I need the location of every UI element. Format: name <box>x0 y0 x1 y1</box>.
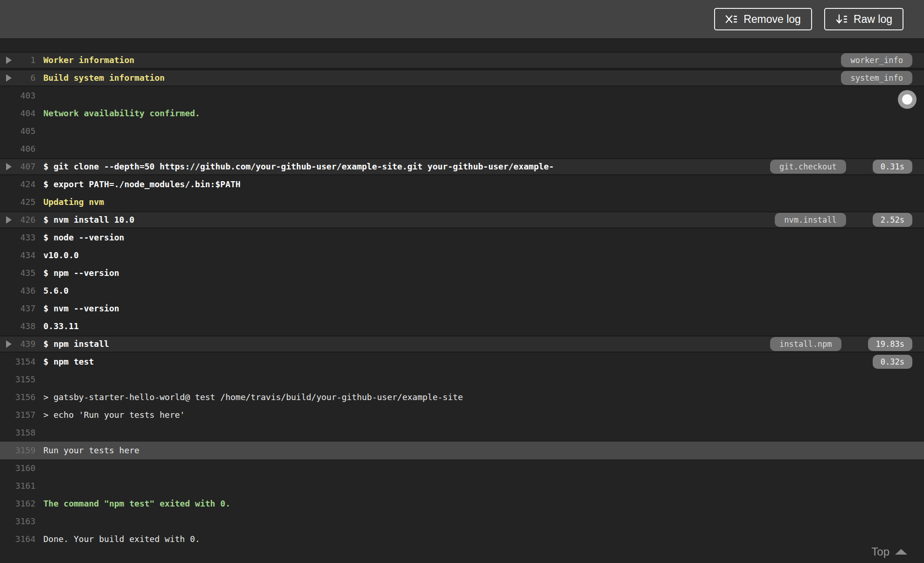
line-number[interactable]: 433 <box>0 229 35 246</box>
log-row[interactable]: 439$ npm installinstall.npm19.83s <box>0 335 924 353</box>
log-line-text: Updating nvm <box>43 197 104 207</box>
line-number[interactable]: 438 <box>0 317 35 335</box>
log-row: 405 <box>0 122 924 140</box>
log-line-text: $ npm install <box>43 339 109 349</box>
stage-tag: install.npm <box>770 337 841 351</box>
duration-badge: 0.31s <box>873 160 912 174</box>
line-number[interactable]: 405 <box>0 122 35 140</box>
log-row: 3158 <box>0 424 924 442</box>
line-number[interactable]: 3154 <box>0 353 35 371</box>
duration-badge: 19.83s <box>868 337 912 351</box>
log-rows: 1Worker informationworker_info6Build sys… <box>0 51 924 548</box>
log-row: 3162The command "npm test" exited with 0… <box>0 495 924 513</box>
line-number[interactable]: 3161 <box>0 477 35 495</box>
line-number[interactable]: 406 <box>0 140 35 158</box>
log-row: 4365.6.0 <box>0 282 924 300</box>
log-row: 437$ nvm --version <box>0 300 924 317</box>
line-number[interactable]: 3160 <box>0 459 35 477</box>
build-log: 1Worker informationworker_info6Build sys… <box>0 39 924 563</box>
line-number[interactable]: 1 <box>0 53 35 68</box>
scroll-indicator[interactable] <box>898 90 917 109</box>
log-row: 3154$ npm test0.32s <box>0 353 924 371</box>
line-number[interactable]: 434 <box>0 246 35 264</box>
line-number[interactable]: 3157 <box>0 406 35 424</box>
line-number[interactable]: 404 <box>0 105 35 122</box>
log-line-text: $ export PATH=./node_modules/.bin:$PATH <box>43 179 241 189</box>
line-number[interactable]: 403 <box>0 87 35 105</box>
line-number[interactable]: 3156 <box>0 388 35 406</box>
log-line-text: $ npm --version <box>43 268 119 278</box>
toolbar: Remove log Raw log <box>0 0 924 39</box>
log-row: 425Updating nvm <box>0 193 924 211</box>
stage-tag: git.checkout <box>770 160 846 174</box>
log-row: 3159Run your tests here <box>0 442 924 459</box>
line-number[interactable]: 6 <box>0 70 35 85</box>
log-row: 4380.33.11 <box>0 317 924 335</box>
line-number[interactable]: 3159 <box>0 442 35 459</box>
duration-badge: 0.32s <box>873 355 912 369</box>
log-row: 433$ node --version <box>0 229 924 246</box>
line-number[interactable]: 426 <box>0 212 35 227</box>
log-line-text: > echo 'Run your tests here' <box>43 410 185 420</box>
row-badges: 0.32s <box>873 355 912 369</box>
line-number[interactable]: 3164 <box>0 530 35 548</box>
log-line-text: Run your tests here <box>43 445 139 455</box>
remove-log-icon <box>725 14 737 25</box>
raw-log-button[interactable]: Raw log <box>824 8 903 30</box>
row-badges: system_info <box>841 71 912 85</box>
caret-up-icon <box>895 549 907 555</box>
stage-tag: worker_info <box>841 53 912 67</box>
log-row: 3164Done. Your build exited with 0. <box>0 530 924 548</box>
log-line-text: v10.0.0 <box>43 250 79 260</box>
log-row: 403 <box>0 87 924 105</box>
line-number[interactable]: 3162 <box>0 495 35 513</box>
line-number[interactable]: 437 <box>0 300 35 317</box>
line-number[interactable]: 435 <box>0 264 35 282</box>
remove-log-label: Remove log <box>743 13 801 26</box>
row-badges: nvm.install2.52s <box>775 213 912 227</box>
row-badges: git.checkout0.31s <box>770 160 912 174</box>
row-badges: install.npm19.83s <box>770 337 912 351</box>
line-number[interactable]: 3158 <box>0 424 35 442</box>
line-number[interactable]: 424 <box>0 176 35 193</box>
log-row[interactable]: 407$ git clone --depth=50 https://github… <box>0 158 924 176</box>
raw-log-icon <box>835 14 848 25</box>
log-line-text: $ nvm --version <box>43 303 119 313</box>
duration-badge: 2.52s <box>873 213 912 227</box>
log-row: 434v10.0.0 <box>0 246 924 264</box>
log-line-text: Network availability confirmed. <box>43 108 200 118</box>
scroll-to-top-link[interactable]: Top <box>871 545 907 558</box>
log-line-text: The command "npm test" exited with 0. <box>43 499 230 508</box>
log-line-text: 0.33.11 <box>43 321 79 331</box>
log-line-text: > gatsby-starter-hello-world@ test /home… <box>43 392 463 402</box>
line-number[interactable]: 3155 <box>0 371 35 388</box>
line-number[interactable]: 436 <box>0 282 35 300</box>
row-badges: worker_info <box>841 53 912 67</box>
log-row: 404Network availability confirmed. <box>0 105 924 122</box>
stage-tag: system_info <box>841 71 912 85</box>
log-row: 3155 <box>0 371 924 388</box>
log-line-text: Worker information <box>43 55 134 65</box>
log-line-text: 5.6.0 <box>43 286 69 296</box>
log-row: 424$ export PATH=./node_modules/.bin:$PA… <box>0 176 924 193</box>
line-number[interactable]: 3163 <box>0 513 35 530</box>
log-line-text: Done. Your build exited with 0. <box>43 534 200 544</box>
log-row: 3160 <box>0 459 924 477</box>
log-row[interactable]: 1Worker informationworker_info <box>0 51 924 69</box>
remove-log-button[interactable]: Remove log <box>714 8 812 30</box>
log-row: 3163 <box>0 513 924 530</box>
stage-tag: nvm.install <box>775 213 846 227</box>
log-line-text: Build system information <box>43 73 165 83</box>
line-number[interactable]: 439 <box>0 337 35 352</box>
line-number[interactable]: 425 <box>0 193 35 211</box>
log-row: 3156> gatsby-starter-hello-world@ test /… <box>0 388 924 406</box>
top-link-label: Top <box>871 545 889 558</box>
log-row: 435$ npm --version <box>0 264 924 282</box>
log-row[interactable]: 426$ nvm install 10.0nvm.install2.52s <box>0 211 924 229</box>
log-line-text: $ node --version <box>43 232 124 242</box>
line-number[interactable]: 407 <box>0 159 35 174</box>
log-line-text: $ git clone --depth=50 https://github.co… <box>43 162 554 171</box>
log-row[interactable]: 6Build system informationsystem_info <box>0 69 924 87</box>
scroll-indicator-dot <box>902 94 912 105</box>
raw-log-label: Raw log <box>854 13 892 26</box>
